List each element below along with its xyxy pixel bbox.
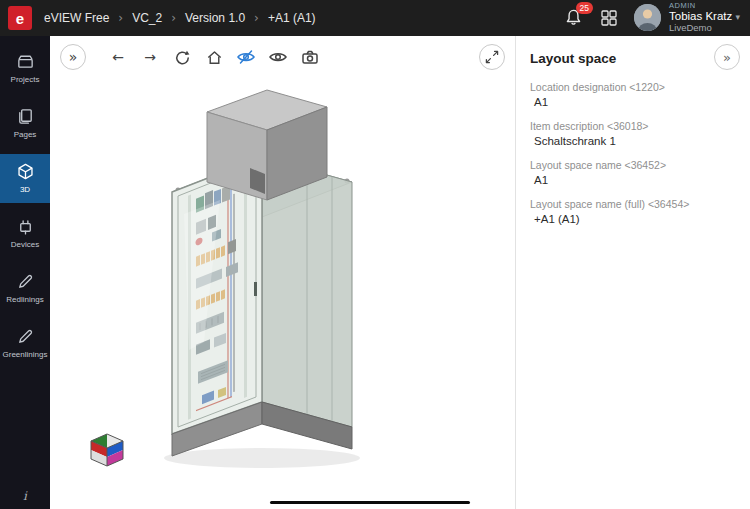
- sidebar-nav: Projects Pages 3D Devices: [0, 36, 50, 509]
- field-layout-space-name-full: Layout space name (full) <36454> +A1 (A1…: [516, 198, 750, 225]
- user-name: Tobias Kratz: [669, 10, 732, 22]
- panel-title: Layout space: [530, 51, 616, 66]
- fullscreen-button[interactable]: [479, 44, 505, 70]
- sidebar-item-label: Projects: [11, 75, 40, 84]
- pen-icon: [16, 272, 35, 291]
- pages-icon: [16, 107, 35, 126]
- sidebar-item-label: 3D: [20, 185, 30, 194]
- panel-header: Layout space »: [516, 36, 750, 81]
- breadcrumb-item-layout-space[interactable]: +A1 (A1): [268, 11, 316, 25]
- horizontal-scrollbar[interactable]: [270, 501, 470, 504]
- sidebar-item-projects[interactable]: Projects: [0, 44, 50, 93]
- chevrons-right-icon: »: [69, 50, 78, 64]
- collapse-panel-button[interactable]: »: [714, 44, 740, 70]
- user-tenant: LiveDemo: [669, 23, 740, 34]
- field-item-description: Item description <36018> Schaltschrank 1: [516, 120, 750, 147]
- breadcrumb: eVIEW Free › VC_2 › Version 1.0 › +A1 (A…: [44, 11, 316, 25]
- sidebar-item-pages[interactable]: Pages: [0, 99, 50, 148]
- user-role: ADMIN: [669, 2, 740, 11]
- user-text: ADMIN Tobias Kratz ▾ LiveDemo: [669, 2, 740, 35]
- chevrons-right-icon: »: [723, 50, 731, 65]
- field-value: A1: [530, 96, 736, 108]
- sidebar-item-devices[interactable]: Devices: [0, 209, 50, 258]
- projects-icon: [16, 52, 35, 71]
- logo-letter: e: [8, 6, 32, 30]
- viewer-3d[interactable]: » ← →: [50, 36, 515, 509]
- expand-diagonal-icon: [484, 49, 500, 65]
- cube-3d-icon: [16, 162, 35, 181]
- apps-grid-button[interactable]: [600, 9, 618, 27]
- app-logo[interactable]: e: [0, 0, 40, 36]
- chevron-down-icon: ▾: [735, 12, 740, 22]
- field-label: Layout space name (full) <36454>: [530, 198, 736, 210]
- sidebar-item-label: Redlinings: [6, 295, 43, 304]
- sidebar-item-greenlinings[interactable]: Greenlinings: [0, 319, 50, 368]
- sidebar-item-label: Pages: [14, 130, 37, 139]
- sidebar-item-label: Greenlinings: [3, 350, 48, 359]
- pen-icon: [16, 327, 35, 346]
- field-value: +A1 (A1): [530, 213, 736, 225]
- topbar-actions: 25 ADMIN: [564, 2, 740, 35]
- user-menu[interactable]: ADMIN Tobias Kratz ▾ LiveDemo: [634, 2, 740, 35]
- chevron-right-icon: ›: [118, 11, 123, 25]
- breadcrumb-item-project[interactable]: VC_2: [132, 11, 162, 25]
- breadcrumb-item-version[interactable]: Version 1.0: [185, 11, 245, 25]
- avatar: [634, 4, 661, 31]
- info-icon[interactable]: i: [0, 489, 50, 503]
- sidebar-item-label: Devices: [11, 240, 39, 249]
- field-label: Layout space name <36452>: [530, 159, 736, 171]
- breadcrumb-item-app[interactable]: eVIEW Free: [44, 11, 109, 25]
- top-bar: e eVIEW Free › VC_2 › Version 1.0 › +A1 …: [0, 0, 750, 36]
- expand-left-panel-button[interactable]: »: [60, 44, 86, 70]
- layout-space-panel: Layout space » Location designation <122…: [515, 36, 750, 509]
- field-layout-space-name: Layout space name <36452> A1: [516, 159, 750, 186]
- orientation-cube[interactable]: [85, 428, 129, 472]
- field-label: Item description <36018>: [530, 120, 736, 132]
- devices-icon: [16, 217, 35, 236]
- sidebar-item-redlinings[interactable]: Redlinings: [0, 264, 50, 313]
- field-value: Schaltschrank 1: [530, 135, 736, 147]
- field-value: A1: [530, 174, 736, 186]
- notifications-button[interactable]: 25: [564, 8, 584, 28]
- chevron-right-icon: ›: [254, 11, 259, 25]
- notification-badge: 25: [576, 2, 593, 14]
- cabinet-3d-model[interactable]: [102, 42, 412, 482]
- sidebar-item-3d[interactable]: 3D: [0, 154, 50, 203]
- field-location-designation: Location designation <1220> A1: [516, 81, 750, 108]
- apps-grid-icon: [600, 9, 618, 27]
- app-window: e eVIEW Free › VC_2 › Version 1.0 › +A1 …: [0, 0, 750, 509]
- chevron-right-icon: ›: [171, 11, 176, 25]
- field-label: Location designation <1220>: [530, 81, 736, 93]
